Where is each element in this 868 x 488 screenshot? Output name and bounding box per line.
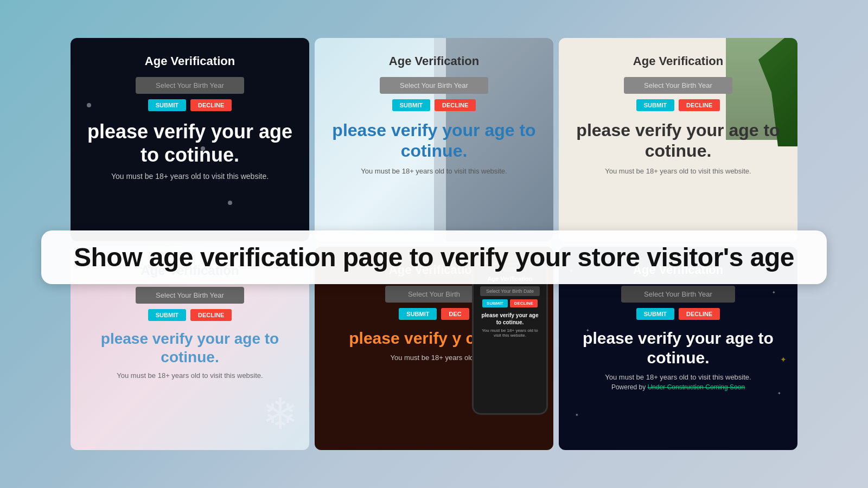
- phone-subtitle: You must be 18+ years old to visit this …: [479, 328, 541, 338]
- star-decoration-2: ✦: [772, 290, 776, 295]
- card-4-buttons: SUBMIT DECLINE: [148, 309, 232, 321]
- main-container: Age Verification Select Your Birth Year …: [71, 38, 797, 450]
- star-decoration-5: ✦: [575, 413, 579, 418]
- card-5-buttons: SUBMIT DEC: [399, 308, 469, 320]
- card-6-submit-btn[interactable]: SUBMIT: [636, 308, 674, 320]
- card-3-decline-btn[interactable]: DECLINE: [679, 99, 720, 111]
- card-1-subtitle: You must be 18+ years old to visit this …: [111, 172, 269, 181]
- card-6-buttons: SUBMIT DECLINE: [636, 308, 720, 320]
- card-3-verify-text: please verify your age to cotinue.: [570, 120, 787, 162]
- card-2-decline-btn[interactable]: DECLINE: [435, 99, 476, 111]
- card-3-buttons: SUBMIT DECLINE: [636, 99, 720, 111]
- card-6-birth-year[interactable]: Select Your Birth Year: [621, 286, 735, 303]
- card-4-submit-btn[interactable]: SUBMIT: [148, 309, 186, 321]
- card-2-birth-year[interactable]: Select Your Birth Year: [380, 77, 488, 94]
- card-light-blur: Age Verification Select Your Birth Year …: [315, 38, 553, 241]
- phone-submit-btn[interactable]: SUBMIT: [482, 299, 508, 307]
- snowflake-decoration: ❄: [262, 389, 298, 439]
- powered-by-link[interactable]: Under Construction Coming Soon: [648, 383, 745, 391]
- card-3-submit-btn[interactable]: SUBMIT: [636, 99, 674, 111]
- star-decoration-4: ✦: [777, 391, 781, 396]
- card-4-birth-year[interactable]: Select Your Birth Year: [136, 287, 244, 304]
- phone-birth-input[interactable]: Select Your Birth Date: [480, 286, 540, 296]
- card-6-verify-text: please verify your age to cotinue.: [570, 329, 787, 368]
- phone-verify-text: please verify your age to cotinue.: [479, 312, 541, 326]
- card-light-cream: Age Verification Select Your Birth Year …: [559, 38, 797, 241]
- card-4-decline-btn[interactable]: DECLINE: [190, 309, 232, 321]
- phone-buttons: SUBMIT DECLINE: [482, 299, 538, 307]
- phone-decline-btn[interactable]: DECLINE: [510, 299, 538, 307]
- card-5-subtitle: You must be 18+ years old t: [390, 354, 477, 362]
- card-6-subtitle: You must be 18+ years old to visit this …: [605, 373, 751, 381]
- card-2-submit-btn[interactable]: SUBMIT: [392, 99, 430, 111]
- powered-by: Powered by Under Construction Coming Soo…: [611, 383, 745, 391]
- card-2-buttons: SUBMIT DECLINE: [392, 99, 476, 111]
- card-5-birth-year[interactable]: Select Your Birth: [385, 286, 483, 303]
- card-2-subtitle: You must be 18+ years old to visit this …: [361, 167, 507, 175]
- phone-mockup: Age Verification Select Your Birth Date …: [472, 263, 548, 415]
- card-dark-navy: Age Verification Select Your Birth Year …: [71, 38, 309, 241]
- card-5-decline-btn[interactable]: DEC: [441, 308, 469, 320]
- card-1-submit-btn[interactable]: SUBMIT: [148, 99, 186, 111]
- card-1-verify-text: please verify your age to cotinue.: [81, 120, 298, 166]
- card-4-subtitle: You must be 18+ years old to visit this …: [117, 371, 263, 380]
- banner-text: Show age verification page to verify you…: [74, 243, 794, 272]
- card-1-birth-year[interactable]: Select Your Birth Year: [136, 77, 244, 94]
- card-6-decline-btn[interactable]: DECLINE: [679, 308, 720, 320]
- card-2-title: Age Verification: [389, 54, 479, 68]
- banner: Show age verification page to verify you…: [41, 230, 827, 284]
- card-1-buttons: SUBMIT DECLINE: [148, 99, 232, 111]
- card-1-decline-btn[interactable]: DECLINE: [190, 99, 232, 111]
- card-4-verify-text: please verify your age to cotinue.: [81, 330, 298, 366]
- card-3-subtitle: You must be 18+ years old to visit this …: [605, 167, 751, 175]
- card-1-title: Age Verification: [145, 54, 235, 68]
- card-3-title: Age Verification: [633, 54, 723, 68]
- powered-by-label: Powered by: [611, 383, 646, 391]
- card-5-submit-btn[interactable]: SUBMIT: [399, 308, 437, 320]
- card-2-verify-text: please verify your age to cotinue.: [326, 120, 542, 162]
- card-3-birth-year[interactable]: Select Your Birth Year: [624, 77, 732, 94]
